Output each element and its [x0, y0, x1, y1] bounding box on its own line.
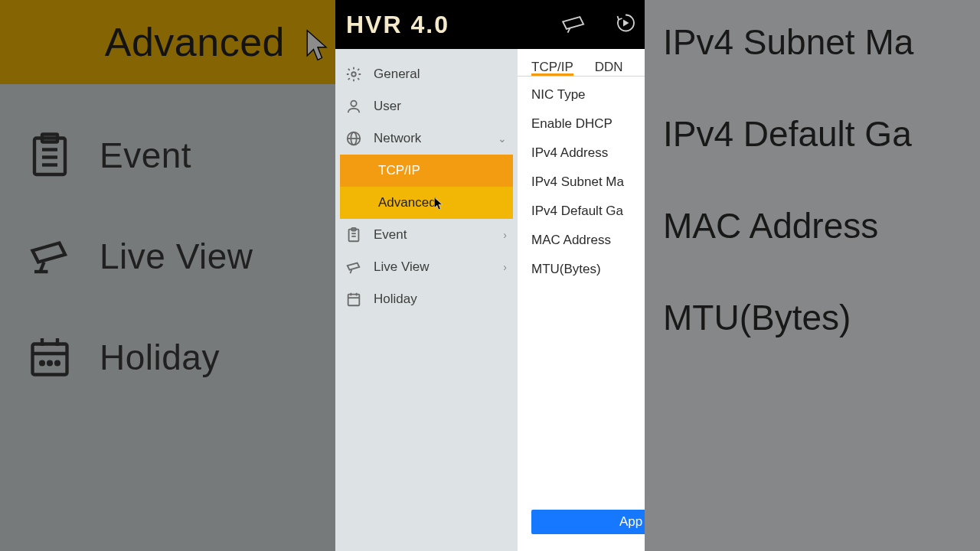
sidebar-sub-tcpip[interactable]: TCP/IP — [340, 155, 513, 187]
bg-advanced-label: Advanced — [105, 19, 285, 65]
camera-icon — [23, 230, 77, 283]
svg-marker-0 — [307, 31, 326, 60]
bg-event-row: Event — [0, 129, 335, 182]
svg-rect-2 — [42, 135, 57, 142]
bg-liveview-label: Live View — [100, 236, 253, 277]
chevron-down-icon: ⌄ — [498, 132, 507, 145]
sidebar-label-holiday: Holiday — [374, 292, 417, 307]
sidebar-item-event[interactable]: Event › — [335, 219, 518, 251]
gear-icon — [345, 65, 363, 83]
sidebar-sub-tcpip-label: TCP/IP — [378, 163, 420, 178]
apply-button-label: App — [619, 514, 642, 530]
svg-rect-1 — [34, 139, 65, 175]
bg-holiday-label: Holiday — [100, 337, 220, 378]
label-mtu: MTU(Bytes) — [531, 262, 645, 277]
sidebar-item-general[interactable]: General — [335, 58, 518, 90]
cursor-icon — [433, 197, 444, 210]
label-ipv4-gateway: IPv4 Default Ga — [531, 204, 645, 219]
bg-advanced-row: Advanced — [0, 0, 335, 84]
background-left: Advanced Event Live View Holiday — [0, 0, 335, 551]
sidebar-sub-advanced[interactable]: Advanced — [340, 187, 513, 219]
sidebar-item-user[interactable]: User — [335, 90, 518, 122]
svg-point-14 — [56, 362, 59, 365]
camera-icon — [345, 258, 363, 276]
cursor-icon — [305, 25, 331, 59]
sidebar-label-general: General — [374, 67, 420, 82]
chevron-right-icon: › — [503, 261, 507, 273]
svg-rect-28 — [348, 295, 360, 306]
svg-marker-16 — [623, 20, 629, 27]
playback-icon[interactable] — [611, 11, 640, 37]
bg-subnet-label: IPv4 Subnet Ma — [663, 21, 913, 63]
svg-point-18 — [351, 101, 356, 106]
apply-button[interactable]: App — [531, 510, 645, 534]
sidebar-label-event: Event — [374, 227, 407, 243]
sidebar-item-network[interactable]: Network ⌄ — [335, 122, 518, 155]
svg-point-12 — [41, 362, 44, 365]
label-nic-type: NIC Type — [531, 87, 645, 103]
label-enable-dhcp: Enable DHCP — [531, 116, 645, 132]
bg-event-label: Event — [100, 135, 191, 176]
camera-icon[interactable] — [560, 11, 590, 37]
sidebar-label-network: Network — [374, 131, 421, 146]
tab-tcpip-label: TCP/IP — [531, 60, 573, 74]
svg-point-17 — [351, 72, 356, 77]
bg-holiday-row: Holiday — [0, 331, 335, 384]
background-right: IPv4 Subnet Ma IPv4 Default Ga MAC Addre… — [645, 0, 980, 551]
app-viewport: HVR 4.0 General User — [335, 0, 645, 551]
titlebar: HVR 4.0 — [335, 0, 645, 49]
bg-mtu-label: MTU(Bytes) — [663, 297, 851, 338]
sidebar-sub-advanced-label: Advanced — [378, 195, 436, 210]
tabs: TCP/IP DDN — [518, 49, 645, 77]
sidebar-item-holiday[interactable]: Holiday — [335, 283, 518, 315]
sidebar-label-user: User — [374, 99, 401, 114]
chevron-right-icon: › — [503, 229, 507, 241]
label-mac-address: MAC Address — [531, 233, 645, 248]
calendar-icon — [345, 290, 363, 308]
globe-icon — [345, 129, 363, 148]
sidebar: General User Network ⌄ TCP/IP Advanced — [335, 49, 518, 551]
clipboard-icon — [345, 226, 363, 244]
user-icon — [345, 97, 363, 116]
sidebar-label-liveview: Live View — [374, 259, 429, 275]
bg-liveview-row: Live View — [0, 230, 335, 283]
label-ipv4-address: IPv4 Address — [531, 145, 645, 161]
svg-rect-8 — [33, 344, 67, 375]
tab-ddns[interactable]: DDN — [595, 60, 623, 76]
calendar-icon — [23, 331, 77, 384]
content-panel: TCP/IP DDN NIC Type Enable DHCP IPv4 Add… — [518, 49, 645, 551]
sidebar-item-liveview[interactable]: Live View › — [335, 251, 518, 283]
titlebar-icons — [560, 0, 645, 49]
svg-line-27 — [350, 270, 351, 274]
tab-ddns-label: DDN — [595, 60, 623, 74]
label-ipv4-subnet: IPv4 Subnet Ma — [531, 174, 645, 190]
svg-marker-22 — [434, 197, 442, 210]
bg-gateway-label: IPv4 Default Ga — [663, 113, 912, 155]
bg-mac-label: MAC Address — [663, 205, 878, 246]
svg-point-13 — [48, 362, 51, 365]
brand-label: HVR 4.0 — [346, 11, 449, 39]
field-labels: NIC Type Enable DHCP IPv4 Address IPv4 S… — [518, 77, 645, 277]
svg-line-6 — [41, 262, 44, 272]
clipboard-icon — [23, 129, 77, 182]
tab-tcpip[interactable]: TCP/IP — [531, 60, 573, 76]
